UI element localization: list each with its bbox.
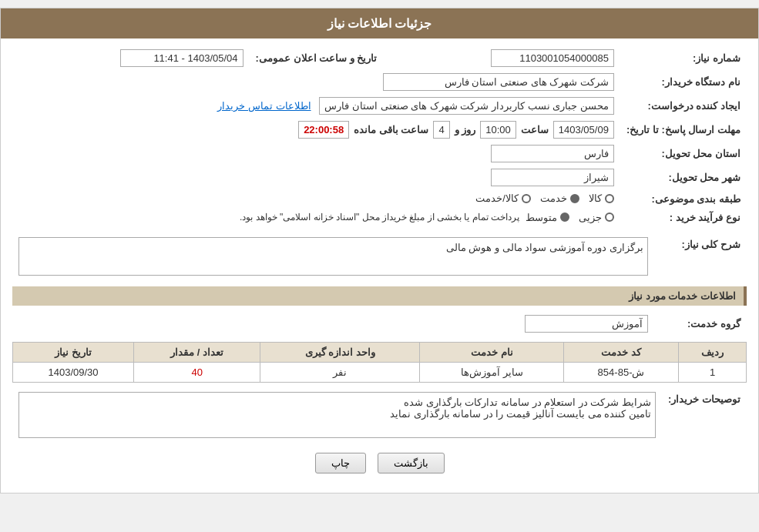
cell-service-name: سایر آموزش‌ها [420, 362, 564, 382]
need-number-row: شماره نیاز: 1103001054000085 تاریخ و ساع… [12, 46, 747, 70]
deadline-time-box: 10:00 [480, 121, 516, 139]
category-kala-khadamat-item[interactable]: کالا/خدمت [475, 192, 531, 204]
buyer-org-row: نام دستگاه خریدار: شرکت شهرک های صنعتی ا… [12, 70, 747, 94]
purchase-type-options: جزیی متوسط پرداخت تمام یا بخشی از مبلغ خ… [12, 209, 620, 226]
deadline-remaining-label: ساعت باقی مانده [354, 124, 428, 136]
deadline-row: مهلت ارسال پاسخ: تا تاریخ: 1403/05/09 سا… [12, 118, 747, 142]
category-options: کالا خدمت کالا/خدمت [12, 189, 620, 209]
category-kala-khadamat-label: کالا/خدمت [475, 192, 519, 204]
city-box: شیراز [491, 169, 614, 186]
deadline-value: 1403/05/09 ساعت 10:00 روز و 4 ساعت باقی … [12, 118, 620, 142]
back-button[interactable]: بازگشت [378, 453, 445, 473]
need-number-label: شماره نیاز: [620, 46, 747, 70]
need-description-label: شرح کلی نیاز: [654, 234, 747, 279]
category-kala-item[interactable]: کالا [589, 192, 614, 204]
category-kala-label: کالا [589, 192, 602, 204]
deadline-time-label: ساعت [521, 124, 549, 136]
announcement-date-value: 1403/05/04 - 11:41 [12, 46, 250, 70]
buyer-org-value: شرکت شهرک های صنعتی استان فارس [12, 70, 620, 94]
buyer-notes-table: توصیحات خریدار: شرایط شرکت در استعلام در… [12, 389, 747, 441]
purchase-note: پرداخت تمام یا بخشی از مبلغ خریداز محل "… [240, 212, 519, 223]
col-row-num: ردیف [679, 342, 747, 362]
announcement-date-box: 1403/05/04 - 11:41 [120, 49, 243, 67]
creator-link[interactable]: اطلاعات تماس خریدار [217, 100, 311, 112]
col-unit: واحد اندازه گیری [260, 342, 420, 362]
col-service-name: نام خدمت [420, 342, 564, 362]
services-table-header-row: ردیف کد خدمت نام خدمت واحد اندازه گیری ت… [13, 342, 747, 362]
page-title: جزئیات اطلاعات نیاز [1, 8, 758, 38]
title-text: جزئیات اطلاعات نیاز [327, 17, 432, 30]
purchase-motavaset-radio [560, 212, 569, 222]
purchase-motavaset-item[interactable]: متوسط [526, 212, 569, 223]
info-table: شماره نیاز: 1103001054000085 تاریخ و ساع… [12, 46, 747, 226]
province-value: فارس [383, 142, 620, 166]
col-quantity: تعداد / مقدار [134, 342, 260, 362]
buyer-org-label: نام دستگاه خریدار: [620, 70, 747, 94]
service-group-row: گروه خدمت: آموزش [12, 312, 747, 336]
service-group-box: آموزش [525, 315, 648, 333]
city-row: شهر محل تحویل: شیراز [12, 166, 747, 189]
col-service-code: کد خدمت [564, 342, 679, 362]
province-label: استان محل تحویل: [620, 142, 747, 166]
deadline-date-box: 1403/05/09 [553, 121, 614, 139]
creator-value: محسن جباری نسب کاربردار شرکت شهرک های صن… [12, 94, 620, 118]
city-label: شهر محل تحویل: [620, 166, 747, 189]
creator-row: ایجاد کننده درخواست: محسن جباری نسب کارب… [12, 94, 747, 118]
main-container: جزئیات اطلاعات نیاز شماره نیاز: 11030010… [0, 8, 759, 494]
category-label: طبقه بندی موضوعی: [620, 189, 747, 209]
service-group-label: گروه خدمت: [654, 312, 747, 336]
announcement-date-label: تاریخ و ساعت اعلان عمومی: [250, 46, 384, 70]
footer-buttons: بازگشت چاپ [12, 441, 747, 485]
need-description-table: شرح کلی نیاز: برگزاری دوره آموزشی سواد م… [12, 234, 747, 279]
purchase-jozii-item[interactable]: جزیی [579, 212, 614, 223]
deadline-remaining-box: 22:00:58 [298, 121, 349, 139]
services-table-body: 1 ش-85-854 سایر آموزش‌ها نفر 40 1403/09/… [13, 362, 747, 382]
print-button[interactable]: چاپ [315, 453, 366, 473]
table-row: 1 ش-85-854 سایر آموزش‌ها نفر 40 1403/09/… [13, 362, 747, 382]
province-box: فارس [491, 145, 614, 162]
category-khadamat-label: خدمت [540, 192, 567, 204]
buyer-notes-row: توصیحات خریدار: شرایط شرکت در استعلام در… [12, 389, 747, 441]
city-value: شیراز [383, 166, 620, 189]
services-table-header: ردیف کد خدمت نام خدمت واحد اندازه گیری ت… [13, 342, 747, 362]
category-khadamat-item[interactable]: خدمت [540, 192, 579, 204]
need-description-row: شرح کلی نیاز: برگزاری دوره آموزشی سواد م… [12, 234, 747, 279]
services-section-title: اطلاعات خدمات مورد نیاز [12, 286, 747, 306]
deadline-days-box: 4 [433, 121, 449, 139]
cell-quantity: 40 [134, 362, 260, 382]
buyer-org-box: شرکت شهرک های صنعتی استان فارس [383, 73, 614, 91]
services-table: ردیف کد خدمت نام خدمت واحد اندازه گیری ت… [12, 342, 747, 383]
need-description-value: برگزاری دوره آموزشی سواد مالی و هوش مالی [12, 234, 654, 279]
category-row: طبقه بندی موضوعی: کالا خدمت [12, 189, 747, 209]
need-description-text: برگزاری دوره آموزشی سواد مالی و هوش مالی [446, 242, 643, 253]
need-number-box: 1103001054000085 [491, 49, 614, 67]
buyer-notes-box: شرایط شرکت در استعلام در سامانه تدارکات … [18, 392, 656, 438]
category-kala-khadamat-radio [522, 194, 531, 203]
deadline-days-label: روز و [455, 124, 476, 136]
category-kala-radio [605, 194, 614, 203]
service-group-value: آموزش [12, 312, 654, 336]
province-row: استان محل تحویل: فارس [12, 142, 747, 166]
purchase-motavaset-label: متوسط [526, 212, 557, 223]
creator-box: محسن جباری نسب کاربردار شرکت شهرک های صن… [319, 97, 614, 115]
cell-service-code: ش-85-854 [564, 362, 679, 382]
cell-date: 1403/09/30 [13, 362, 134, 382]
purchase-type-row: نوع فرآیند خرید : جزیی متوسط [12, 209, 747, 226]
category-khadamat-radio [570, 194, 579, 203]
buyer-notes-label: توصیحات خریدار: [662, 389, 747, 441]
cell-row-num: 1 [679, 362, 747, 382]
creator-label: ایجاد کننده درخواست: [620, 94, 747, 118]
content-area: شماره نیاز: 1103001054000085 تاریخ و ساع… [1, 38, 758, 493]
cell-unit: نفر [260, 362, 420, 382]
purchase-jozii-radio [605, 212, 614, 222]
col-date: تاریخ نیاز [13, 342, 134, 362]
purchase-type-label: نوع فرآیند خرید : [620, 209, 747, 226]
deadline-label: مهلت ارسال پاسخ: تا تاریخ: [620, 118, 747, 142]
purchase-jozii-label: جزیی [579, 212, 602, 223]
buyer-notes-value: شرایط شرکت در استعلام در سامانه تدارکات … [12, 389, 662, 441]
need-description-box: برگزاری دوره آموزشی سواد مالی و هوش مالی [18, 237, 648, 276]
service-group-table: گروه خدمت: آموزش [12, 312, 747, 336]
need-number-value: 1103001054000085 [383, 46, 620, 70]
